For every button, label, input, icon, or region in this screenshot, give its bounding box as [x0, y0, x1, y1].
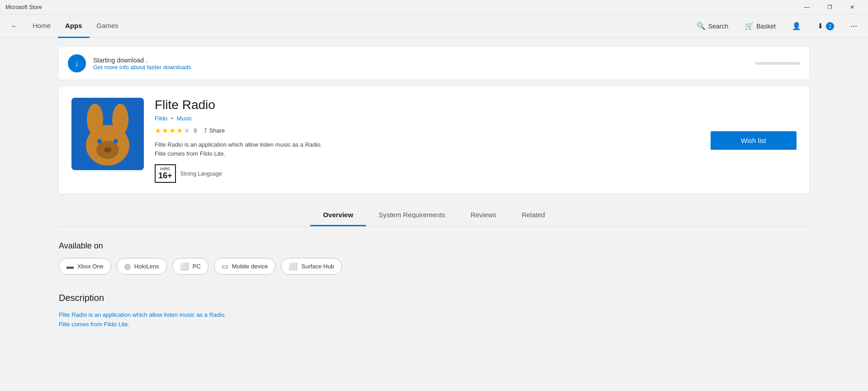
- star-1: ★: [155, 126, 161, 135]
- download-arrow-icon: ↓: [75, 59, 79, 68]
- basket-button[interactable]: 🛒 Basket: [741, 20, 779, 32]
- svg-point-7: [114, 139, 118, 143]
- main-content: ↓ Starting download . Get more info abou…: [0, 38, 868, 339]
- platform-surface-hub[interactable]: ⬜ Surface Hub: [281, 258, 342, 275]
- platform-mobile-label: Mobile device: [232, 263, 268, 270]
- maximize-button[interactable]: ❐: [819, 0, 840, 14]
- app-description-line2: Flite comes from Fildo Lite.: [155, 149, 700, 158]
- hololens-icon: ◎: [124, 262, 131, 271]
- download-text-area: Starting download . Get more info about …: [93, 57, 191, 71]
- title-bar: Microsoft Store — ❐ ✕: [0, 0, 868, 14]
- search-label: Search: [708, 23, 728, 30]
- download-circle-icon: ↓: [68, 54, 86, 72]
- rating-row: ★ ★ ★ ★ ★ 9 ⤴ Share: [155, 126, 700, 135]
- app-title: Flite Radio: [155, 98, 700, 112]
- age-rating-sub: IARC: [158, 167, 172, 171]
- developer-link[interactable]: Fildo: [155, 115, 167, 122]
- platform-xbox-one[interactable]: ▬ Xbox One: [59, 258, 111, 275]
- download-status: Starting download .: [93, 57, 191, 64]
- share-button[interactable]: ⤴ Share: [200, 126, 228, 135]
- age-rating-badge: 16+: [158, 171, 172, 181]
- svg-point-5: [104, 147, 111, 153]
- download-progress-bar: [755, 62, 800, 65]
- download-icon: ⬇: [817, 22, 823, 30]
- stars: ★ ★ ★ ★ ★: [155, 126, 190, 135]
- download-banner: ↓ Starting download . Get more info abou…: [59, 47, 809, 80]
- app-icon: [71, 98, 144, 170]
- basket-label: Basket: [756, 23, 776, 30]
- xbox-icon: ▬: [66, 262, 74, 271]
- pc-icon: ⬜: [180, 262, 189, 271]
- tabs-row: Overview System Requirements Reviews Rel…: [59, 205, 809, 227]
- description-line2: Flite comes from Fildo Lite.: [59, 320, 809, 329]
- platforms-row: ▬ Xbox One ◎ HoloLens ⬜ PC ▭ Mobile devi…: [59, 258, 809, 275]
- minimize-button[interactable]: —: [797, 0, 817, 14]
- available-on-section: Available on ▬ Xbox One ◎ HoloLens ⬜ PC …: [59, 241, 809, 275]
- description-title: Description: [59, 293, 809, 303]
- svg-point-6: [97, 139, 102, 143]
- app-meta: Fildo • Music: [155, 115, 700, 122]
- tab-related[interactable]: Related: [509, 205, 558, 226]
- nav-right: 🔍 Search 🛒 Basket 👤 ⬇ 2 ···: [693, 19, 861, 33]
- age-badge: IARC 16+: [155, 164, 176, 183]
- tab-overview[interactable]: Overview: [310, 205, 366, 226]
- platform-hololens[interactable]: ◎ HoloLens: [117, 258, 167, 275]
- nav-items: Home Apps Games: [25, 14, 126, 38]
- title-bar-title: Microsoft Store: [5, 4, 42, 10]
- wish-list-button[interactable]: Wish list: [711, 131, 797, 150]
- download-faster-link[interactable]: Get more info about faster downloads: [93, 64, 191, 71]
- platform-xbox-label: Xbox One: [77, 263, 104, 270]
- nav-item-games[interactable]: Games: [90, 14, 126, 38]
- share-label: Share: [209, 127, 225, 134]
- meta-dot: •: [171, 115, 173, 122]
- platform-pc-label: PC: [193, 263, 201, 270]
- rating-count: 9: [194, 127, 197, 134]
- app-card: Flite Radio Fildo • Music ★ ★ ★ ★ ★ 9 ⤴ …: [59, 87, 809, 194]
- nav-bar: ← Home Apps Games 🔍 Search 🛒 Basket 👤 ⬇ …: [0, 14, 868, 38]
- platform-mobile[interactable]: ▭ Mobile device: [214, 258, 276, 275]
- close-button[interactable]: ✕: [842, 0, 863, 14]
- basket-icon: 🛒: [745, 22, 754, 30]
- search-button[interactable]: 🔍 Search: [693, 20, 732, 32]
- search-icon: 🔍: [697, 22, 706, 30]
- star-4: ★: [176, 126, 183, 135]
- description-text: Flite Radio is an application which allo…: [59, 310, 809, 329]
- available-on-title: Available on: [59, 241, 809, 251]
- tab-system-requirements[interactable]: System Requirements: [366, 205, 458, 226]
- description-line1: Flite Radio is an application which allo…: [59, 310, 809, 320]
- category-link[interactable]: Music: [177, 115, 192, 122]
- downloads-button[interactable]: ⬇ 2: [814, 20, 838, 32]
- tab-reviews[interactable]: Reviews: [458, 205, 509, 226]
- age-rating: IARC 16+ Strong Language: [155, 164, 700, 183]
- app-description-line1: Flite Radio is an application which allo…: [155, 140, 700, 149]
- back-button[interactable]: ←: [7, 19, 22, 33]
- nav-item-apps[interactable]: Apps: [58, 14, 90, 38]
- description-section: Description Flite Radio is an applicatio…: [59, 293, 809, 329]
- star-5: ★: [184, 126, 190, 135]
- title-bar-controls: — ❐ ✕: [797, 0, 863, 14]
- platform-pc[interactable]: ⬜ PC: [172, 258, 209, 275]
- surface-hub-icon: ⬜: [289, 262, 298, 271]
- mobile-icon: ▭: [222, 262, 228, 271]
- more-button[interactable]: ···: [847, 19, 861, 33]
- star-2: ★: [162, 126, 168, 135]
- share-icon: ⤴: [204, 127, 207, 134]
- platform-surface-hub-label: Surface Hub: [301, 263, 334, 270]
- user-button[interactable]: 👤: [788, 20, 805, 32]
- app-description: Flite Radio is an application which allo…: [155, 140, 700, 158]
- age-rating-label: Strong Language: [180, 171, 222, 177]
- star-3: ★: [169, 126, 175, 135]
- app-info: Flite Radio Fildo • Music ★ ★ ★ ★ ★ 9 ⤴ …: [155, 98, 700, 183]
- user-icon: 👤: [792, 22, 801, 30]
- platform-hololens-label: HoloLens: [134, 263, 159, 270]
- nav-item-home[interactable]: Home: [25, 14, 58, 38]
- download-badge: 2: [826, 22, 834, 30]
